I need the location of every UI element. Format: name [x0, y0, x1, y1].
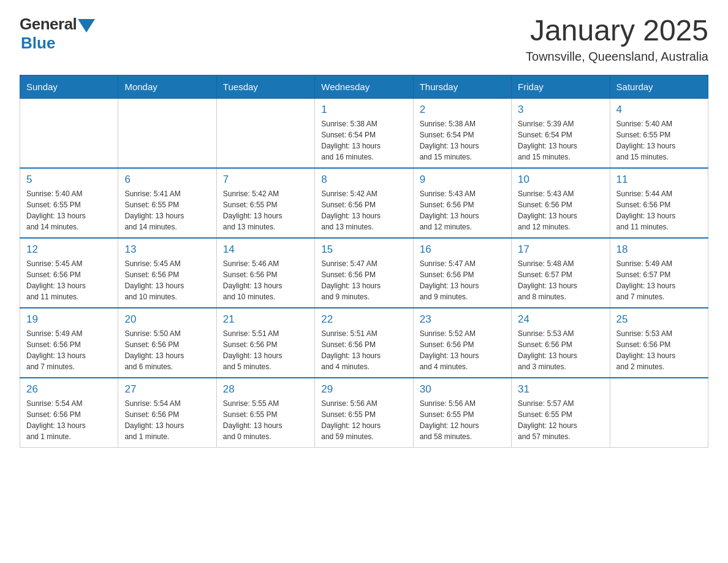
calendar-day-cell: 14Sunrise: 5:46 AM Sunset: 6:56 PM Dayli…	[216, 238, 314, 308]
logo-triangle-icon	[78, 19, 95, 33]
day-number: 16	[420, 243, 505, 256]
day-number: 15	[321, 243, 406, 256]
calendar-day-cell: 6Sunrise: 5:41 AM Sunset: 6:55 PM Daylig…	[118, 168, 216, 238]
calendar-weekday-header: Monday	[118, 75, 216, 98]
day-info: Sunrise: 5:48 AM Sunset: 6:57 PM Dayligh…	[518, 258, 603, 302]
day-number: 21	[223, 313, 308, 326]
calendar-day-cell: 7Sunrise: 5:42 AM Sunset: 6:55 PM Daylig…	[216, 168, 314, 238]
calendar-day-cell: 19Sunrise: 5:49 AM Sunset: 6:56 PM Dayli…	[20, 308, 118, 378]
day-info: Sunrise: 5:56 AM Sunset: 6:55 PM Dayligh…	[321, 398, 406, 442]
calendar-weekday-header: Saturday	[610, 75, 708, 98]
day-number: 4	[616, 104, 702, 116]
calendar-day-cell: 29Sunrise: 5:56 AM Sunset: 6:55 PM Dayli…	[315, 378, 413, 448]
day-info: Sunrise: 5:43 AM Sunset: 6:56 PM Dayligh…	[420, 188, 505, 232]
calendar-day-cell: 13Sunrise: 5:45 AM Sunset: 6:56 PM Dayli…	[118, 238, 216, 308]
calendar-day-cell: 30Sunrise: 5:56 AM Sunset: 6:55 PM Dayli…	[413, 378, 511, 448]
day-info: Sunrise: 5:38 AM Sunset: 6:54 PM Dayligh…	[420, 118, 505, 163]
day-info: Sunrise: 5:54 AM Sunset: 6:56 PM Dayligh…	[124, 398, 210, 442]
day-info: Sunrise: 5:49 AM Sunset: 6:57 PM Dayligh…	[616, 258, 702, 302]
calendar-day-cell: 1Sunrise: 5:38 AM Sunset: 6:54 PM Daylig…	[315, 98, 413, 168]
calendar-day-cell: 4Sunrise: 5:40 AM Sunset: 6:55 PM Daylig…	[610, 98, 708, 168]
calendar-weekday-header: Tuesday	[216, 75, 314, 98]
calendar-day-cell: 17Sunrise: 5:48 AM Sunset: 6:57 PM Dayli…	[512, 238, 610, 308]
day-info: Sunrise: 5:55 AM Sunset: 6:55 PM Dayligh…	[223, 398, 308, 442]
day-info: Sunrise: 5:41 AM Sunset: 6:55 PM Dayligh…	[124, 188, 210, 232]
calendar-weekday-header: Thursday	[413, 75, 511, 98]
calendar-weekday-header: Wednesday	[315, 75, 413, 98]
calendar-day-cell: 27Sunrise: 5:54 AM Sunset: 6:56 PM Dayli…	[118, 378, 216, 448]
day-number: 18	[616, 243, 702, 256]
day-info: Sunrise: 5:57 AM Sunset: 6:55 PM Dayligh…	[518, 398, 603, 442]
calendar-week-row: 19Sunrise: 5:49 AM Sunset: 6:56 PM Dayli…	[20, 308, 708, 378]
calendar-day-cell: 11Sunrise: 5:44 AM Sunset: 6:56 PM Dayli…	[610, 168, 708, 238]
day-number: 30	[420, 383, 505, 396]
calendar-weekday-header: Friday	[512, 75, 610, 98]
day-number: 23	[420, 313, 505, 326]
calendar-day-cell	[216, 98, 314, 168]
day-number: 22	[321, 313, 406, 326]
day-number: 6	[124, 174, 210, 186]
calendar-day-cell	[610, 378, 708, 448]
title-block: January 2025 Townsville, Queensland, Aus…	[526, 15, 708, 64]
day-info: Sunrise: 5:47 AM Sunset: 6:56 PM Dayligh…	[420, 258, 505, 302]
calendar-day-cell: 22Sunrise: 5:51 AM Sunset: 6:56 PM Dayli…	[315, 308, 413, 378]
calendar-day-cell	[20, 98, 118, 168]
day-info: Sunrise: 5:45 AM Sunset: 6:56 PM Dayligh…	[124, 258, 210, 302]
calendar-day-cell: 23Sunrise: 5:52 AM Sunset: 6:56 PM Dayli…	[413, 308, 511, 378]
day-info: Sunrise: 5:44 AM Sunset: 6:56 PM Dayligh…	[616, 188, 702, 232]
logo-blue-text: Blue	[21, 34, 55, 53]
day-number: 12	[26, 243, 112, 256]
calendar-day-cell: 12Sunrise: 5:45 AM Sunset: 6:56 PM Dayli…	[20, 238, 118, 308]
calendar-day-cell: 10Sunrise: 5:43 AM Sunset: 6:56 PM Dayli…	[512, 168, 610, 238]
page-header: General Blue January 2025 Townsville, Qu…	[20, 15, 708, 64]
day-info: Sunrise: 5:56 AM Sunset: 6:55 PM Dayligh…	[420, 398, 505, 442]
calendar-week-row: 1Sunrise: 5:38 AM Sunset: 6:54 PM Daylig…	[20, 98, 708, 168]
day-number: 5	[26, 174, 112, 186]
day-info: Sunrise: 5:45 AM Sunset: 6:56 PM Dayligh…	[26, 258, 112, 302]
calendar-day-cell	[118, 98, 216, 168]
day-number: 11	[616, 174, 702, 186]
main-title: January 2025	[526, 15, 708, 47]
calendar-day-cell: 16Sunrise: 5:47 AM Sunset: 6:56 PM Dayli…	[413, 238, 511, 308]
day-number: 25	[616, 313, 702, 326]
day-number: 2	[420, 104, 505, 116]
day-info: Sunrise: 5:54 AM Sunset: 6:56 PM Dayligh…	[26, 398, 112, 442]
logo-general-text: General	[20, 15, 77, 34]
day-info: Sunrise: 5:42 AM Sunset: 6:55 PM Dayligh…	[223, 188, 308, 232]
calendar-day-cell: 15Sunrise: 5:47 AM Sunset: 6:56 PM Dayli…	[315, 238, 413, 308]
calendar-table: SundayMondayTuesdayWednesdayThursdayFrid…	[20, 75, 708, 448]
day-info: Sunrise: 5:43 AM Sunset: 6:56 PM Dayligh…	[518, 188, 603, 232]
day-number: 29	[321, 383, 406, 396]
day-info: Sunrise: 5:39 AM Sunset: 6:54 PM Dayligh…	[518, 118, 603, 163]
day-info: Sunrise: 5:42 AM Sunset: 6:56 PM Dayligh…	[321, 188, 406, 232]
calendar-day-cell: 24Sunrise: 5:53 AM Sunset: 6:56 PM Dayli…	[512, 308, 610, 378]
day-number: 7	[223, 174, 308, 186]
day-info: Sunrise: 5:50 AM Sunset: 6:56 PM Dayligh…	[124, 328, 210, 372]
calendar-day-cell: 31Sunrise: 5:57 AM Sunset: 6:55 PM Dayli…	[512, 378, 610, 448]
calendar-day-cell: 20Sunrise: 5:50 AM Sunset: 6:56 PM Dayli…	[118, 308, 216, 378]
day-info: Sunrise: 5:40 AM Sunset: 6:55 PM Dayligh…	[616, 118, 702, 163]
day-number: 26	[26, 383, 112, 396]
day-number: 28	[223, 383, 308, 396]
day-number: 17	[518, 243, 603, 256]
day-info: Sunrise: 5:47 AM Sunset: 6:56 PM Dayligh…	[321, 258, 406, 302]
day-info: Sunrise: 5:52 AM Sunset: 6:56 PM Dayligh…	[420, 328, 505, 372]
day-number: 31	[518, 383, 603, 396]
day-info: Sunrise: 5:46 AM Sunset: 6:56 PM Dayligh…	[223, 258, 308, 302]
day-info: Sunrise: 5:53 AM Sunset: 6:56 PM Dayligh…	[616, 328, 702, 372]
day-number: 10	[518, 174, 603, 186]
calendar-day-cell: 8Sunrise: 5:42 AM Sunset: 6:56 PM Daylig…	[315, 168, 413, 238]
calendar-header-row: SundayMondayTuesdayWednesdayThursdayFrid…	[20, 75, 708, 98]
calendar-week-row: 26Sunrise: 5:54 AM Sunset: 6:56 PM Dayli…	[20, 378, 708, 448]
day-number: 9	[420, 174, 505, 186]
day-info: Sunrise: 5:51 AM Sunset: 6:56 PM Dayligh…	[321, 328, 406, 372]
day-number: 8	[321, 174, 406, 186]
day-number: 19	[26, 313, 112, 326]
calendar-day-cell: 5Sunrise: 5:40 AM Sunset: 6:55 PM Daylig…	[20, 168, 118, 238]
calendar-day-cell: 28Sunrise: 5:55 AM Sunset: 6:55 PM Dayli…	[216, 378, 314, 448]
calendar-week-row: 5Sunrise: 5:40 AM Sunset: 6:55 PM Daylig…	[20, 168, 708, 238]
day-info: Sunrise: 5:51 AM Sunset: 6:56 PM Dayligh…	[223, 328, 308, 372]
day-info: Sunrise: 5:38 AM Sunset: 6:54 PM Dayligh…	[321, 118, 406, 163]
day-number: 20	[124, 313, 210, 326]
logo: General Blue	[20, 15, 95, 53]
